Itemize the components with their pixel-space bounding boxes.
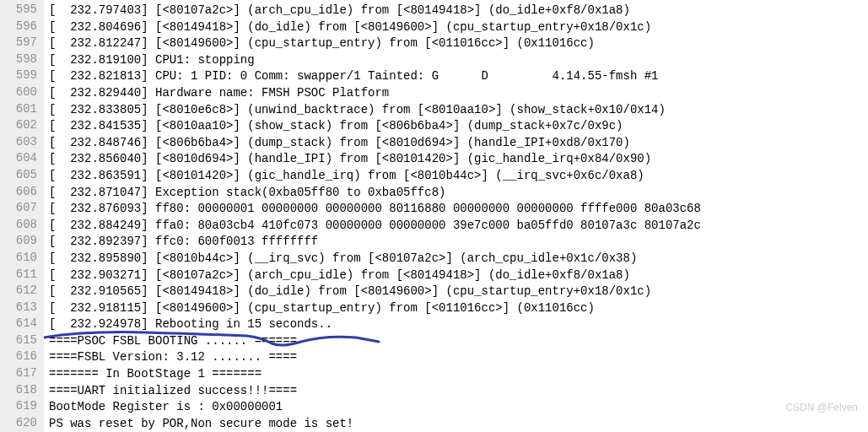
line-number-gutter: 5955965975985996006016026036046056066076… [0, 0, 44, 432]
watermark: CSDN @Felven [785, 400, 858, 417]
line-number: 619 [0, 398, 37, 415]
line-number: 608 [0, 217, 37, 234]
log-line: [ 232.829440] Hardware name: FMSH PSOC P… [49, 85, 701, 102]
line-number: 597 [0, 35, 37, 51]
log-line: [ 232.903271] [<80107a2c>] (arch_cpu_idl… [49, 267, 701, 284]
line-number: 620 [0, 415, 37, 432]
line-number: 604 [0, 150, 37, 167]
line-number: 618 [0, 382, 37, 399]
log-line: ====PSOC FSBL BOOTING ...... ====== [49, 333, 701, 350]
line-number: 602 [0, 117, 37, 134]
log-content: [ 232.797403] [<80107a2c>] (arch_cpu_idl… [44, 0, 701, 432]
log-line: [ 232.910565] [<80149418>] (do_idle) fro… [49, 284, 701, 300]
line-number: 616 [0, 348, 37, 365]
log-line: ====FSBL Version: 3.12 ....... ==== [49, 349, 701, 366]
line-number: 611 [0, 267, 37, 284]
log-line: [ 232.797403] [<80107a2c>] (arch_cpu_idl… [49, 3, 701, 19]
log-line: [ 232.871047] Exception stack(0xba05ff80… [49, 185, 701, 202]
line-number: 607 [0, 200, 37, 217]
line-number: 612 [0, 283, 37, 300]
line-number: 605 [0, 167, 37, 184]
log-line: PS was reset by POR,Non secure mode is s… [49, 416, 701, 432]
log-line: [ 232.924978] Rebooting in 15 seconds.. [49, 316, 701, 333]
log-line: ======= In BootStage 1 ======= [49, 366, 701, 383]
log-line: [ 232.895890] [<8010b44c>] (__irq_svc) f… [49, 251, 701, 267]
line-number: 615 [0, 332, 37, 349]
log-line: [ 232.856040] [<8010d694>] (handle_IPI) … [49, 151, 701, 168]
line-number: 610 [0, 250, 37, 267]
log-line: [ 232.841535] [<8010aa10>] (show_stack) … [49, 118, 701, 135]
line-number: 614 [0, 316, 37, 332]
log-line: [ 232.804696] [<80149418>] (do_idle) fro… [49, 19, 701, 36]
line-number: 598 [0, 51, 37, 68]
log-line: ====UART initialized success!!!==== [49, 383, 701, 400]
line-number: 599 [0, 68, 37, 84]
line-number: 603 [0, 134, 37, 151]
log-line: [ 232.863591] [<80101420>] (gic_handle_i… [49, 168, 701, 185]
log-line: [ 232.833805] [<8010e6c8>] (unwind_backt… [49, 102, 701, 119]
log-line: [ 232.812247] [<80149600>] (cpu_startup_… [49, 35, 701, 52]
log-line: [ 232.892397] ffc0: 600f0013 ffffffff [49, 234, 701, 251]
log-line: [ 232.876093] ff80: 00000001 00000000 00… [49, 201, 701, 218]
log-line: [ 232.848746] [<806b6ba4>] (dump_stack) … [49, 135, 701, 152]
log-line: BootMode Register is : 0x00000001 [49, 399, 701, 416]
line-number: 609 [0, 233, 37, 250]
line-number: 613 [0, 300, 37, 316]
line-number: 617 [0, 365, 37, 382]
log-line: [ 232.918115] [<80149600>] (cpu_startup_… [49, 300, 701, 317]
line-number: 601 [0, 101, 37, 118]
line-number: 595 [0, 2, 37, 19]
log-line: [ 232.884249] ffa0: 80a03cb4 410fc073 00… [49, 218, 701, 235]
line-number: 596 [0, 19, 37, 35]
line-number: 600 [0, 84, 37, 101]
log-line: [ 232.819100] CPU1: stopping [49, 52, 701, 69]
log-line: [ 232.821813] CPU: 1 PID: 0 Comm: swappe… [49, 68, 701, 85]
line-number: 606 [0, 184, 37, 201]
